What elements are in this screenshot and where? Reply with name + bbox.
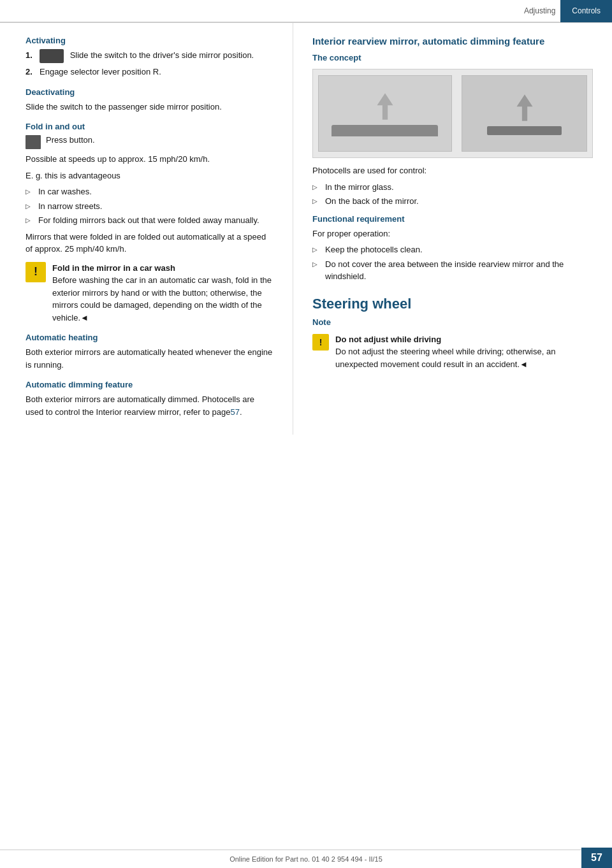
svg-marker-1 xyxy=(516,94,532,121)
page-number: 57 xyxy=(581,848,612,868)
steering-warning-box: ! Do not adjust while driving Do not adj… xyxy=(312,333,593,371)
functional-bullet-2: Do not cover the area between the inside… xyxy=(312,258,593,283)
page-container: Adjusting Controls Activating 1. Slide t… xyxy=(0,0,612,868)
functional-intro: For proper operation: xyxy=(312,228,593,240)
right-column: Interior rearview mirror, automatic dimm… xyxy=(293,23,612,435)
functional-heading: Functional requirement xyxy=(312,214,593,224)
automatic-dimming-text: Both exterior mirrors are automatically … xyxy=(26,393,273,418)
photocells-text: Photocells are used for control: xyxy=(312,164,593,177)
steering-warning-title: Do not adjust while driving xyxy=(335,335,441,344)
steering-warning-content: Do not adjust while driving Do not adjus… xyxy=(335,333,593,371)
page-footer: Online Edition for Part no. 01 40 2 954 … xyxy=(0,850,612,868)
step-1-number: 1. xyxy=(26,49,40,63)
step-2: 2. Engage selector lever position R. xyxy=(26,66,273,78)
concept-heading: The concept xyxy=(312,53,593,62)
deactivating-heading: Deactivating xyxy=(26,87,273,97)
mirror-image-left xyxy=(318,75,452,152)
activating-heading: Activating xyxy=(26,36,273,45)
note-label: Note xyxy=(312,317,593,327)
warning-body: Before washing the car in an automatic c… xyxy=(52,275,272,322)
step-2-text: Engage selector lever position R. xyxy=(40,66,273,78)
fold-eg-text: E. g. this is advantageous xyxy=(26,170,273,182)
header-controls-label: Controls xyxy=(560,0,612,22)
footer-text: Online Edition for Part no. 01 40 2 954 … xyxy=(229,855,382,863)
steering-warning-body: Do not adjust the steering wheel while d… xyxy=(335,347,555,369)
fold-bullet-2: In narrow streets. xyxy=(26,200,273,213)
mirror-shape xyxy=(332,125,438,136)
automatic-heating-text: Both exterior mirrors are automatically … xyxy=(26,346,273,371)
page-header: Adjusting Controls xyxy=(0,0,612,23)
page-link[interactable]: 57 xyxy=(231,407,240,417)
mirror-shape-right xyxy=(487,126,562,135)
photocell-bullet-2: On the back of the mirror. xyxy=(312,195,593,208)
main-heading: Interior rearview mirror, automatic dimm… xyxy=(312,36,593,47)
automatic-heating-heading: Automatic heating xyxy=(26,333,273,342)
warning-icon: ! xyxy=(26,262,46,282)
fold-bullets-list: In car washes. In narrow streets. For fo… xyxy=(26,185,273,227)
left-column: Activating 1. Slide the switch to the dr… xyxy=(0,23,293,435)
fold-press-row: Press button. xyxy=(26,135,273,149)
fold-mirrors-text: Mirrors that were folded in are folded o… xyxy=(26,231,273,256)
arrow-up-left xyxy=(372,90,398,122)
steering-heading: Steering wheel xyxy=(312,296,593,312)
header-adjusting-label: Adjusting xyxy=(524,6,560,15)
step-2-number: 2. xyxy=(26,66,40,78)
fold-warning-box: ! Fold in the mirror in a car wash Befor… xyxy=(26,262,273,324)
warning-content: Fold in the mirror in a car wash Before … xyxy=(52,262,273,324)
fold-button-icon xyxy=(26,135,41,149)
functional-bullet-1: Keep the photocells clean. xyxy=(312,243,593,256)
automatic-dimming-heading: Automatic dimming feature xyxy=(26,380,273,389)
arrow-up-right xyxy=(512,92,537,124)
step-1-content: Slide the switch to the driver's side mi… xyxy=(40,49,273,63)
fold-press-text: Press button. xyxy=(46,135,95,145)
steering-warning-icon: ! xyxy=(312,334,329,351)
photocell-bullet-1: In the mirror glass. xyxy=(312,181,593,194)
fold-bullet-3: For folding mirrors back out that were f… xyxy=(26,214,273,227)
fold-bullet-1: In car washes. xyxy=(26,185,273,198)
fold-heading: Fold in and out xyxy=(26,122,273,131)
mirror-image-area xyxy=(312,69,593,158)
fold-possible-text: Possible at speeds up to approx. 15 mph/… xyxy=(26,153,273,166)
step-1: 1. Slide the switch to the driver's side… xyxy=(26,49,273,63)
warning-title: Fold in the mirror in a car wash xyxy=(52,263,175,273)
content-area: Activating 1. Slide the switch to the dr… xyxy=(0,23,612,435)
mirror-image-right xyxy=(462,75,587,152)
functional-list: Keep the photocells clean. Do not cover … xyxy=(312,243,593,283)
svg-marker-0 xyxy=(377,93,393,120)
photocells-list: In the mirror glass. On the back of the … xyxy=(312,181,593,208)
switch-icon xyxy=(40,49,64,63)
deactivating-text: Slide the switch to the passenger side m… xyxy=(26,101,273,113)
